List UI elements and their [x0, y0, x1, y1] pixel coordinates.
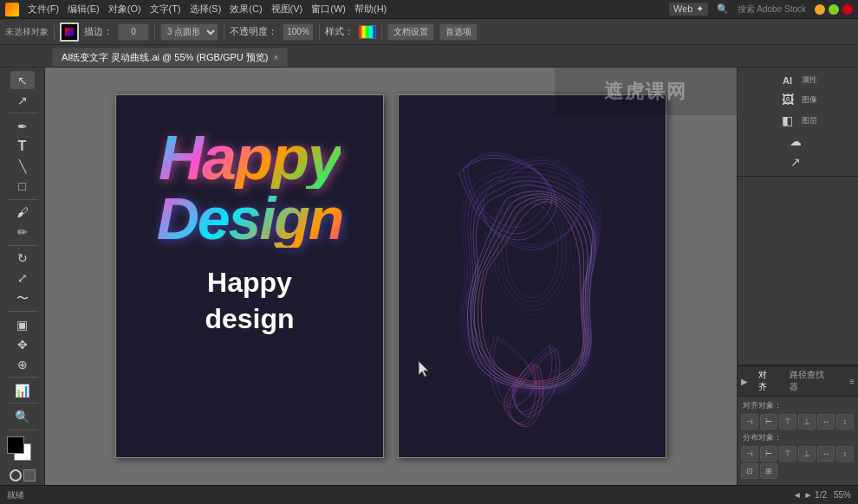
tool-divider4 [7, 311, 38, 312]
stroke-label: 描边： [84, 25, 113, 38]
align-bottom-button[interactable]: ↕ [836, 414, 854, 430]
dist-center-v-button[interactable]: ↔ [817, 446, 835, 462]
align-left-button[interactable]: ⊣ [741, 414, 758, 430]
menu-text[interactable]: 文字(T) [150, 3, 181, 16]
menu-bar: 文件(F) 编辑(E) 对象(O) 文字(T) 选择(S) 效果(C) 视图(V… [0, 0, 858, 19]
dist-left-button[interactable]: ⊣ [741, 446, 758, 462]
menu-help[interactable]: 帮助(H) [354, 3, 387, 16]
search-icon[interactable]: 🔍 [717, 3, 729, 15]
doc-settings-button[interactable]: 文档设置 [387, 23, 434, 41]
image-icon: 🖼 [779, 93, 796, 107]
stroke-square-icon[interactable] [23, 469, 36, 481]
panel-options-icon[interactable]: ≡ [849, 377, 855, 386]
artboard-nav[interactable]: ◄ ► 1/2 [793, 490, 827, 500]
menu-object[interactable]: 对象(O) [108, 3, 141, 16]
menu-effect[interactable]: 效果(C) [230, 3, 262, 16]
stroke-input[interactable] [118, 23, 149, 41]
shape-tool[interactable]: □ [10, 178, 35, 196]
panel-icon-strip: AI 属性 🖼 图像 ◧ 图层 ☁ ↗ [738, 68, 858, 177]
rotate-tool[interactable]: ↻ [10, 249, 35, 268]
color-swatches [7, 436, 38, 464]
dist-bottom-button[interactable]: ↕ [836, 446, 854, 462]
wavy-blob-svg [399, 95, 666, 457]
fill-swatch[interactable] [60, 23, 79, 42]
dist-center-h-button[interactable]: ⊢ [760, 446, 777, 462]
paintbrush-tool[interactable]: 🖌 [10, 204, 35, 222]
export-icon: ↗ [787, 155, 804, 169]
style-label: 样式： [325, 25, 354, 38]
web-label[interactable]: Web ✦ [669, 3, 707, 16]
preferences-button[interactable]: 首选项 [439, 23, 478, 41]
pathfinder-tab[interactable]: 路径查找器 [786, 368, 835, 394]
status-text: 就绪 [7, 489, 24, 501]
align-center-v-button[interactable]: ↔ [817, 414, 835, 430]
tool-divider3 [7, 245, 38, 246]
line-tool[interactable]: ╲ [10, 157, 35, 175]
dist-v-spacing-button[interactable]: ⊞ [760, 463, 777, 479]
minimize-button[interactable] [815, 4, 825, 15]
align-top-button[interactable]: ⊥ [798, 414, 816, 430]
warp-tool[interactable]: 〜 [10, 289, 35, 307]
layer-panel-icon[interactable]: ◧ 图层 [774, 110, 822, 131]
app-icon [5, 3, 19, 16]
opacity-label: 不透明度： [230, 25, 277, 38]
dist-right-button[interactable]: ⊤ [779, 446, 796, 462]
menu-file[interactable]: 文件(F) [28, 3, 59, 16]
dist-top-button[interactable]: ⊥ [798, 446, 816, 462]
fill-circle-icon[interactable] [10, 469, 22, 481]
tool-divider1 [7, 113, 38, 113]
zoom-level[interactable]: 55% [834, 490, 851, 500]
align-center-h-button[interactable]: ⊢ [760, 414, 777, 430]
gradient-tool[interactable]: ▣ [10, 315, 35, 333]
menu-edit[interactable]: 编辑(E) [68, 3, 100, 16]
status-bar: 就绪 ◄ ► 1/2 55% [0, 485, 858, 504]
distribute-object-label: 分布对象： [741, 432, 855, 443]
zoom-tool[interactable]: 🔍 [10, 407, 35, 425]
menu-view[interactable]: 视图(V) [271, 3, 303, 16]
align-panel: ▶ 对齐 路径查找器 ≡ 对齐对象： ⊣ ⊢ ⊤ ⊥ ↔ ↕ 分布对象： ⊣ [738, 365, 858, 485]
export-panel-icon[interactable]: ↗ [782, 152, 815, 172]
chart-tool[interactable]: 📊 [10, 381, 35, 399]
tool-divider6 [7, 403, 38, 404]
artboard-left: Happy Design Happy design [115, 94, 384, 458]
tool-name-label: 未选择对象 [5, 26, 49, 38]
align-expand-icon[interactable]: ▶ [741, 377, 748, 386]
main-container: ↖ ↗ ✒ T ╲ □ 🖌 ✏ ↻ ⤢ 〜 ▣ ✥ ⊕ 📊 🔍 [0, 68, 858, 485]
search-placeholder[interactable]: 搜索 Adobe Stock [738, 3, 806, 16]
properties-panel-icon[interactable]: AI 属性 [774, 71, 822, 89]
blend-tool[interactable]: ⊕ [10, 355, 35, 373]
divider3 [224, 24, 224, 40]
dist-h-spacing-button[interactable]: ⊡ [741, 463, 758, 479]
cloud-panel-icon[interactable]: ☁ [782, 131, 815, 152]
align-right-button[interactable]: ⊤ [779, 414, 796, 430]
pen-tool[interactable]: ✒ [10, 117, 35, 135]
type-tool[interactable]: T [10, 137, 35, 155]
align-tab[interactable]: 对齐 [755, 368, 779, 394]
happy-text: Happy [159, 126, 341, 189]
document-tab[interactable]: AI纸变文字 灵动曲线.ai @ 55% (RGB/GPU 预览) × [52, 48, 288, 67]
brush-select[interactable]: 3 点圆形 [160, 23, 218, 41]
artboards-container: Happy Design Happy design [45, 68, 737, 485]
close-button[interactable] [842, 4, 853, 15]
layers-label: 图层 [802, 115, 817, 126]
menu-select[interactable]: 选择(S) [190, 3, 222, 16]
image-panel-icon[interactable]: 🖼 图像 [774, 89, 822, 110]
menu-window[interactable]: 窗口(W) [311, 3, 346, 16]
maximize-button[interactable] [829, 4, 839, 15]
style-preview [359, 25, 376, 39]
divider2 [154, 24, 155, 40]
svg-rect-0 [399, 95, 666, 456]
select-tool[interactable]: ↖ [10, 71, 35, 89]
toolbar: 未选择对象 描边： 3 点圆形 不透明度： 样式： 文档设置 首选项 [0, 19, 858, 45]
foreground-swatch[interactable] [7, 436, 24, 454]
scale-tool[interactable]: ⤢ [10, 269, 35, 288]
tab-close-button[interactable]: × [274, 53, 279, 62]
eyedropper-tool[interactable]: ✥ [10, 335, 35, 353]
opacity-input[interactable] [283, 23, 314, 41]
pencil-tool[interactable]: ✏ [10, 223, 35, 242]
divider5 [381, 24, 382, 40]
direct-select-tool[interactable]: ↗ [10, 91, 35, 109]
align-object-label: 对齐对象： [741, 400, 855, 411]
right-panels: AI 属性 🖼 图像 ◧ 图层 ☁ ↗ ▶ 对 [737, 68, 858, 485]
align-object-buttons: ⊣ ⊢ ⊤ ⊥ ↔ ↕ [741, 414, 855, 430]
